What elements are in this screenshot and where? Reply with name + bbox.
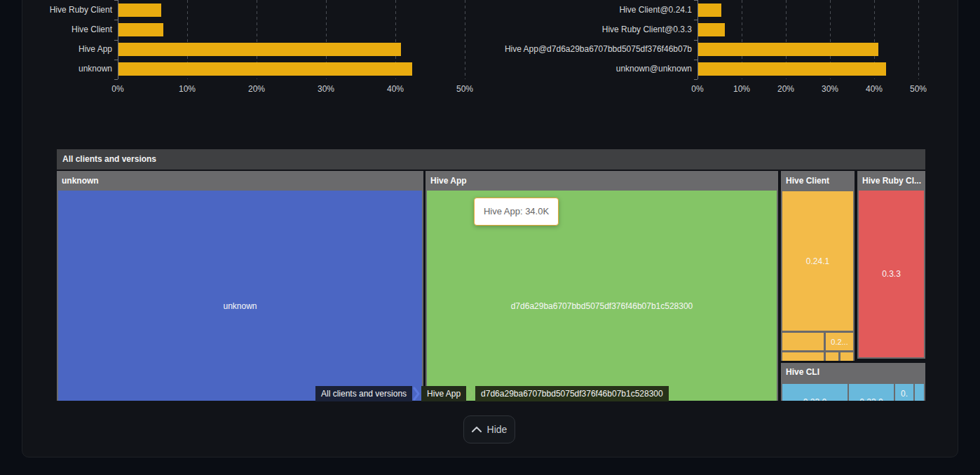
x-tick: 40%	[380, 84, 411, 94]
x-tick: 10%	[726, 84, 757, 94]
category-label: Hive App@d7d6a29ba6707bbd5075df376f46b07…	[491, 43, 692, 56]
axis-tick	[694, 40, 697, 41]
axis-tick	[114, 60, 118, 60]
chevron-up-icon	[472, 427, 482, 432]
x-tick: 50%	[903, 84, 934, 94]
treemap-section-unknown: unknown unknown	[57, 171, 423, 401]
x-tick: 20%	[770, 84, 801, 94]
treemap-section-header[interactable]: unknown	[57, 171, 423, 191]
x-tick: 50%	[449, 84, 480, 94]
axis-tick	[694, 20, 697, 20]
treemap-block[interactable]: 0.24.1	[782, 191, 853, 331]
bar[interactable]	[698, 43, 878, 56]
x-tick: 0%	[102, 84, 133, 94]
breadcrumb-item-root[interactable]: All clients and versions	[315, 386, 412, 401]
bar[interactable]	[118, 62, 412, 76]
bar[interactable]	[698, 62, 886, 76]
x-tick: 10%	[172, 84, 203, 94]
treemap-block[interactable]: 0.23.0	[849, 384, 894, 401]
hide-button-label: Hide	[487, 424, 508, 435]
treemap-block[interactable]: unknown	[58, 191, 422, 401]
treemap-root-header[interactable]: All clients and versions	[57, 149, 925, 170]
treemap-section-header[interactable]: Hive Ruby Cl...	[857, 171, 925, 191]
category-label: unknown@unknown	[491, 62, 692, 76]
treemap-block-label: 0.2...	[831, 338, 848, 346]
axis-tick	[114, 20, 118, 20]
treemap-breadcrumb: All clients and versions Hive App d7d6a2…	[315, 386, 669, 401]
treemap-block-label: 0.23.0	[782, 397, 848, 401]
category-label: Hive Client	[0, 23, 112, 36]
x-tick: 20%	[241, 84, 272, 94]
axis-tick	[114, 40, 118, 41]
axis-tick	[114, 0, 118, 1]
x-tick: 0%	[682, 84, 713, 94]
treemap-block[interactable]: 0.2...	[826, 333, 853, 350]
treemap-block-label: 0.	[895, 389, 913, 399]
bar[interactable]	[118, 23, 163, 36]
treemap-section-header[interactable]: Hive CLI	[781, 363, 925, 382]
category-label: unknown	[0, 62, 112, 76]
breadcrumb-item-version-hash[interactable]: d7d6a29ba6707bbd5075df376f46b07b1c528300	[475, 386, 669, 401]
treemap-block-label: d7d6a29ba6707bbd5075df376f46b07b1c528300	[511, 301, 693, 311]
treemap-section-header[interactable]: Hive Client	[781, 171, 855, 191]
bar[interactable]	[698, 4, 721, 17]
bar[interactable]	[118, 4, 161, 17]
axis-tick	[694, 0, 697, 1]
x-tick: 30%	[311, 84, 341, 94]
treemap-block[interactable]	[826, 352, 838, 361]
chevron-right-icon	[412, 386, 421, 401]
treemap-block-label: 0.23.0	[849, 397, 894, 401]
treemap-section-hive-cli: Hive CLI 0.23.0 0.23.0 0.	[781, 363, 925, 401]
treemap-section-hive-ruby-client: Hive Ruby Cl... 0.3.3	[857, 171, 925, 359]
bar[interactable]	[698, 23, 725, 36]
treemap-block-label: 0.24.1	[806, 256, 829, 266]
treemap-block-label: unknown	[223, 301, 257, 311]
treemap-block-label: 0.3.3	[882, 269, 901, 279]
category-label: Hive Ruby Client@0.3.3	[491, 23, 692, 36]
gridline	[918, 0, 919, 79]
x-tick: 30%	[815, 84, 845, 94]
bar[interactable]	[118, 43, 401, 56]
treemap-block[interactable]	[915, 384, 924, 401]
treemap: All clients and versions unknown unknown…	[57, 149, 925, 401]
treemap-block[interactable]	[841, 352, 853, 361]
axis-tick	[114, 79, 118, 80]
axis-tick	[694, 79, 697, 80]
axis-tick	[694, 60, 697, 60]
treemap-block[interactable]: 0.3.3	[859, 191, 924, 357]
category-label: Hive Client@0.24.1	[491, 4, 692, 17]
treemap-block[interactable]: 0.23.0	[782, 384, 848, 401]
breadcrumb-item-hive-app[interactable]: Hive App	[421, 386, 466, 401]
treemap-block[interactable]	[782, 333, 824, 350]
treemap-section-hive-client: Hive Client 0.24.1 0.2...	[781, 171, 855, 361]
gridline	[465, 0, 465, 79]
hide-button[interactable]: Hide	[463, 415, 515, 443]
x-tick: 40%	[859, 84, 890, 94]
treemap-section-header[interactable]: Hive App	[426, 171, 778, 191]
chart-tooltip: Hive App: 34.0K	[474, 198, 559, 226]
treemap-block[interactable]	[782, 352, 824, 361]
treemap-block[interactable]: 0.	[895, 384, 913, 401]
category-label: Hive App	[0, 43, 112, 56]
chevron-right-icon	[466, 386, 475, 401]
dashboard-page: Hive Ruby Client Hive Client Hive App un…	[0, 0, 980, 475]
category-label: Hive Ruby Client	[0, 4, 112, 17]
